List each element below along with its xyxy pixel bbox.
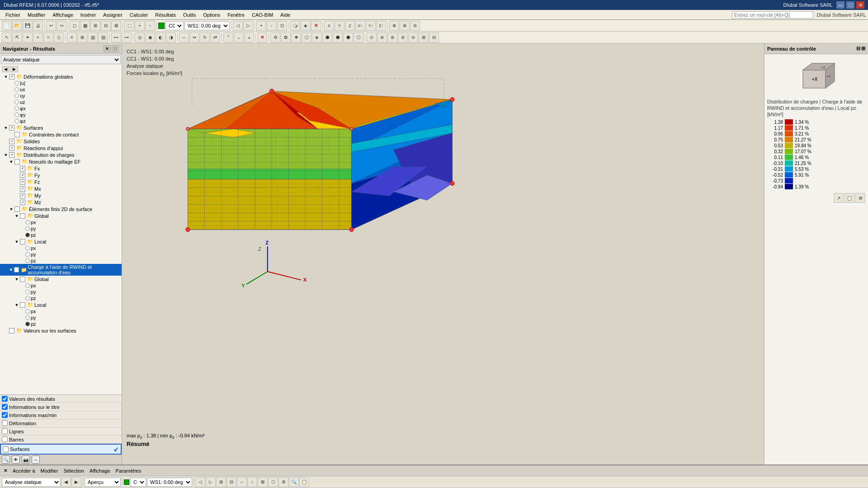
nav-detach-btn[interactable]: □ bbox=[112, 45, 119, 52]
radio-1[interactable] bbox=[14, 81, 19, 85]
tb-wire[interactable]: ◈ bbox=[301, 21, 311, 31]
valeurs-check[interactable] bbox=[2, 396, 8, 402]
tree-item-35[interactable]: px bbox=[0, 308, 122, 314]
bp-tb-6[interactable]: ↕ bbox=[247, 477, 257, 487]
tb2-5[interactable]: ⌗ bbox=[43, 33, 53, 42]
tb-xyz6[interactable]: Z↑ bbox=[376, 21, 386, 31]
bp-tb-1[interactable]: ◁ bbox=[195, 477, 205, 487]
tb2-30[interactable]: ⊙ bbox=[367, 33, 377, 42]
tb2-36[interactable]: ⊟ bbox=[429, 33, 439, 42]
bp-tb-2[interactable]: ▷ bbox=[206, 477, 216, 487]
rp-btn-1[interactable]: ⊟ bbox=[856, 46, 860, 52]
radio-2[interactable] bbox=[14, 87, 19, 92]
tree-item-20[interactable]: ▼📁Éléments finis 2D de surface bbox=[0, 206, 122, 212]
radio-32[interactable] bbox=[25, 290, 30, 294]
tree-item-8[interactable]: ▼📁Surfaces bbox=[0, 124, 122, 131]
menu-cao-bim[interactable]: CAO-BIM bbox=[248, 10, 277, 20]
info-maxmin-check[interactable] bbox=[2, 412, 8, 418]
tb2-15[interactable]: ◐ bbox=[156, 33, 165, 42]
bp-analysis-select[interactable]: Analyse statique bbox=[2, 478, 61, 487]
radio-7[interactable] bbox=[14, 119, 19, 123]
tb2-1[interactable]: ↖ bbox=[2, 33, 12, 42]
deformation-check[interactable] bbox=[2, 420, 8, 426]
bp-tb-prev[interactable]: ◀ bbox=[61, 477, 71, 487]
chk-20[interactable] bbox=[14, 206, 20, 212]
cc-select[interactable]: CC1 bbox=[165, 21, 184, 30]
rp-btn-2[interactable]: ⊞ bbox=[861, 46, 865, 52]
tb2-scale[interactable]: ⇔ bbox=[189, 33, 199, 42]
rp-export-btn[interactable]: ↗ bbox=[834, 193, 844, 203]
tree-item-33[interactable]: pz bbox=[0, 295, 122, 301]
tree-item-7[interactable]: φz bbox=[0, 118, 122, 124]
tb2-28[interactable]: ⬣ bbox=[343, 33, 353, 42]
tb-print[interactable]: 🖨 bbox=[33, 21, 43, 31]
tree-item-10[interactable]: 📁Solides bbox=[0, 138, 122, 145]
radio-31[interactable] bbox=[25, 283, 30, 288]
tb-x[interactable]: ✕ bbox=[311, 21, 321, 31]
tb2-move[interactable]: ↔ bbox=[179, 33, 189, 42]
chk-21[interactable] bbox=[20, 213, 25, 219]
tb2-35[interactable]: ⊞ bbox=[419, 33, 429, 42]
chk-16[interactable] bbox=[20, 179, 25, 185]
rp-copy-btn[interactable]: 📋 bbox=[844, 193, 854, 203]
tree-item-16[interactable]: 📁Fz bbox=[0, 178, 122, 185]
chk-15[interactable] bbox=[20, 173, 25, 178]
chk-14[interactable] bbox=[20, 166, 25, 171]
lignes-check[interactable] bbox=[2, 428, 8, 434]
tb2-26[interactable]: ⬟ bbox=[322, 33, 332, 42]
analysis-type-select[interactable]: Analyse statique bbox=[1, 55, 121, 64]
tb2-21[interactable]: ⚙ bbox=[270, 33, 280, 42]
bp-tb-3[interactable]: ⊞ bbox=[216, 477, 226, 487]
bp-tb-8[interactable]: ⬡ bbox=[268, 477, 278, 487]
radio-33[interactable] bbox=[25, 296, 30, 300]
tb2-11[interactable]: ⊷ bbox=[111, 33, 121, 42]
tree-item-9[interactable]: 📁Contraintes de contact bbox=[0, 131, 122, 138]
radio-35[interactable] bbox=[25, 309, 30, 314]
chk-13[interactable] bbox=[14, 159, 20, 164]
nav-next[interactable]: ▶ bbox=[10, 66, 18, 72]
chk-10[interactable] bbox=[9, 139, 14, 144]
tree-item-32[interactable]: py bbox=[0, 289, 122, 295]
tree-item-11[interactable]: 📁Réactions d'appui bbox=[0, 145, 122, 151]
tree-item-15[interactable]: 📁Fy bbox=[0, 172, 122, 178]
tb-zoom-out[interactable]: - bbox=[267, 21, 277, 31]
tb2-8[interactable]: ⊞ bbox=[77, 33, 87, 42]
nav-close-btn[interactable]: ✕ bbox=[104, 45, 111, 52]
tb2-2[interactable]: ⇱ bbox=[12, 33, 22, 42]
tree-item-37[interactable]: pz bbox=[0, 321, 122, 327]
chk-17[interactable] bbox=[20, 186, 25, 192]
tb-btn-7[interactable]: ⊠ bbox=[111, 21, 121, 31]
bp-cc-select[interactable]: CC1 bbox=[130, 478, 146, 487]
chk-34[interactable] bbox=[20, 302, 25, 308]
tb-save[interactable]: 💾 bbox=[23, 21, 33, 31]
tree-item-13[interactable]: ▼📁Noeuds du maillage EF bbox=[0, 158, 122, 165]
tb2-32[interactable]: ⊛ bbox=[387, 33, 397, 42]
info-titre-check[interactable] bbox=[2, 404, 8, 410]
tb-render[interactable]: 🎲 bbox=[290, 21, 300, 31]
chk-0[interactable] bbox=[9, 74, 14, 80]
tb2-13[interactable]: ◎ bbox=[135, 33, 145, 42]
tb-extra3[interactable]: ⊘ bbox=[410, 21, 420, 31]
tb-extra2[interactable]: ⊗ bbox=[400, 21, 410, 31]
tree-item-27[interactable]: py bbox=[0, 251, 122, 258]
tb2-14[interactable]: ◉ bbox=[145, 33, 155, 42]
tb2-31[interactable]: ⊚ bbox=[377, 33, 387, 42]
bp-tb-11[interactable]: 📋 bbox=[299, 477, 309, 487]
menu-resultats[interactable]: Résultats bbox=[151, 10, 179, 20]
tree-item-25[interactable]: ▼📁Local bbox=[0, 238, 122, 245]
tb2-7[interactable]: ≡ bbox=[67, 33, 77, 42]
nav-prev[interactable]: ◀ bbox=[2, 66, 9, 72]
bottom-btn-4[interactable]: ↔ bbox=[32, 455, 40, 464]
tb2-17[interactable]: ⌃ bbox=[223, 33, 233, 42]
tb2-33[interactable]: ⊜ bbox=[398, 33, 408, 42]
tb-redo[interactable]: ↪ bbox=[57, 21, 66, 31]
tree-item-18[interactable]: 📁My bbox=[0, 192, 122, 199]
tb-xyz1[interactable]: X bbox=[324, 21, 334, 31]
chk-12[interactable] bbox=[9, 152, 14, 158]
tb2-20[interactable]: ✕ bbox=[257, 33, 267, 42]
tb2-12[interactable]: ⊶ bbox=[122, 33, 132, 42]
tb2-23[interactable]: ❖ bbox=[291, 33, 301, 42]
viewport[interactable]: CC1 - WS1: 0.00 deg CC1 - WS1: 0.00 deg … bbox=[122, 43, 764, 465]
tb-btn-4[interactable]: ▦ bbox=[80, 21, 90, 31]
radio-6[interactable] bbox=[14, 113, 19, 117]
